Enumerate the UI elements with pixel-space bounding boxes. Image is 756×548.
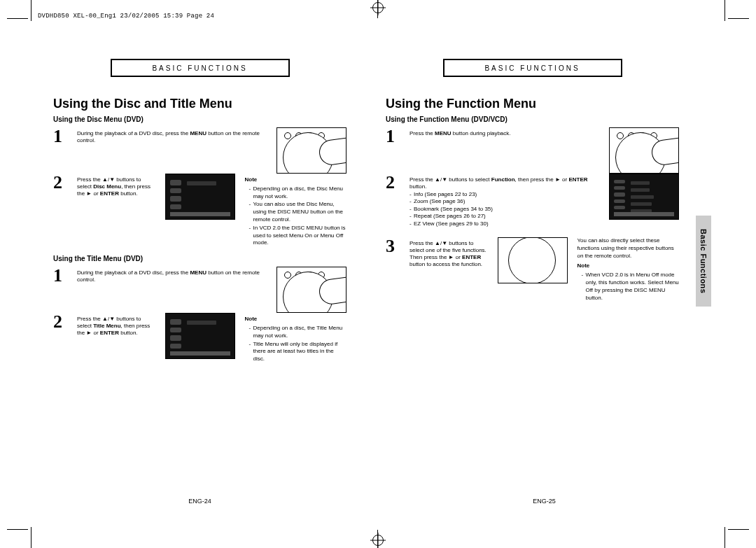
aside-text: You can also directly select these funct… [578, 237, 680, 260]
side-tab: Basic Functions [696, 216, 711, 307]
menu-item [631, 202, 652, 206]
step: 1 During the playback of a DVD disc, pre… [53, 267, 267, 285]
step-text: Press the ▲/▼ buttons to select one of t… [410, 237, 488, 268]
page-left: BASIC FUNCTIONS Using the Disc and Title… [34, 28, 366, 520]
remote-figure [498, 237, 568, 283]
step: 3 Press the ▲/▼ buttons to select one of… [386, 237, 488, 268]
running-header: DVDHD850 XEL-00_Eng1 23/02/2005 15:39 Pa… [38, 13, 214, 20]
section-pill: BASIC FUNCTIONS [111, 59, 290, 77]
step: 2 Press the ▲/▼ buttons to select Title … [53, 313, 155, 337]
note-block: Note Depending on a disc, the Title Menu… [245, 316, 347, 364]
menu-item [631, 181, 650, 185]
page-number: ENG-24 [188, 498, 211, 505]
remote-figure [276, 127, 346, 174]
remote-figure [276, 267, 346, 313]
step-text: Press the ▲/▼ buttons to select Title Me… [77, 313, 155, 337]
step-text: Press the ▲/▼ buttons to select Disc Men… [77, 174, 155, 197]
subheading-title: Using the Title Menu (DVD) [53, 255, 346, 262]
note-block: Note Depending on a disc, the Disc Menu … [245, 176, 347, 248]
subheading-fn: Using the Function Menu (DVD/VCD) [386, 115, 679, 123]
step-text: Press the MENU button during playback. [410, 127, 599, 146]
remote-figure [609, 127, 679, 174]
note-block: Note When VCD 2.0 is in Menu Off mode on… [578, 262, 680, 302]
section-pill: BASIC FUNCTIONS [443, 59, 622, 77]
step: 2 Press the ▲/▼ buttons to select Disc M… [53, 174, 155, 197]
step-text: During the playback of a DVD disc, press… [77, 267, 267, 285]
page-right: BASIC FUNCTIONS Using the Function Menu … [366, 28, 722, 520]
step: 2 Press the ▲/▼ buttons to select Functi… [386, 174, 599, 227]
screen-figure [609, 174, 679, 220]
subheading-disc: Using the Disc Menu (DVD) [53, 115, 346, 123]
menu-item [631, 195, 654, 199]
page-title: Using the Function Menu [386, 97, 679, 111]
menu-items [631, 181, 673, 213]
step-text: During the playback of a DVD disc, press… [77, 127, 267, 146]
step: 1 During the playback of a DVD disc, pre… [53, 127, 267, 146]
step: 1 Press the MENU button during playback. [386, 127, 599, 146]
screen-figure [165, 313, 235, 359]
screen-figure [165, 174, 235, 220]
step-text: Press the ▲/▼ buttons to select Function… [410, 174, 599, 227]
menu-item [631, 188, 650, 192]
page-number: ENG-25 [533, 498, 556, 505]
page-title: Using the Disc and Title Menu [53, 97, 346, 111]
